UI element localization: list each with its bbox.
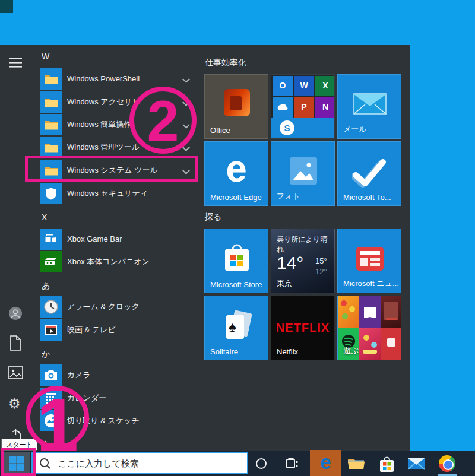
friends-game-tile[interactable] — [359, 328, 381, 360]
outlook-icon[interactable]: O — [273, 76, 293, 96]
folder-icon — [40, 114, 62, 135]
weather-low: 12° — [315, 267, 327, 276]
section-header-x: X — [42, 211, 47, 223]
tile-netflix[interactable]: NETFLIX Netflix — [271, 296, 335, 360]
tile-microsoft-todo[interactable]: Microsoft To... — [337, 141, 401, 206]
task-view-icon[interactable] — [286, 458, 300, 476]
chevron-down-icon[interactable] — [182, 75, 190, 83]
store-taskbar-icon[interactable] — [379, 455, 395, 476]
excel-icon[interactable]: X — [315, 76, 335, 96]
annotation-rect-system-tools — [25, 156, 198, 182]
folder-icon — [40, 137, 62, 158]
chrome-icon[interactable] — [439, 455, 455, 472]
dolby-tile[interactable] — [359, 296, 381, 328]
tile-office-apps-group[interactable]: O W X P N S — [271, 74, 335, 139]
annotation-number-1: 1 — [26, 387, 89, 463]
weather-temp: 14° — [277, 253, 303, 273]
tile-weather[interactable]: 曇り所により晴れ 14° 15° 12° 東京 — [271, 229, 335, 293]
game-bar-icon — [40, 229, 62, 250]
tile-microsoft-news[interactable]: Microsoft ニュ... — [337, 229, 401, 293]
onedrive-icon[interactable] — [273, 97, 293, 118]
edge-icon: e — [310, 451, 341, 474]
weather-city: 東京 — [277, 278, 292, 289]
mail-taskbar-icon[interactable] — [407, 456, 425, 476]
shield-icon — [40, 183, 62, 204]
office-logo-icon — [224, 89, 250, 116]
clock-icon — [40, 296, 62, 318]
app-row-windows-security[interactable]: Windows セキュリティ — [33, 183, 196, 204]
tile-photos[interactable]: フォト — [271, 141, 335, 206]
folder-icon — [40, 68, 62, 90]
spade-icon: ♠ — [229, 319, 236, 335]
settings-gear-icon[interactable]: ⚙ — [8, 396, 23, 411]
xbox-console-icon — [40, 251, 62, 272]
app-row-xbox-game-bar[interactable]: Xbox Game Bar — [33, 229, 196, 250]
tile-play-group[interactable]: 遊ぶ — [337, 296, 401, 360]
folder-icon — [40, 91, 62, 113]
desktop-icon[interactable] — [0, 0, 13, 13]
word-icon[interactable]: W — [294, 76, 314, 96]
tile-group-header-productivity: 仕事効率化 — [205, 58, 246, 68]
edge-logo-icon: e — [205, 148, 268, 189]
documents-icon[interactable] — [8, 335, 23, 350]
annotation-number-2: 2 — [129, 90, 197, 153]
app-row-movies-tv[interactable]: 映画 & テレビ — [33, 319, 196, 341]
file-explorer-icon[interactable] — [347, 456, 365, 476]
app-row-alarms-clock[interactable]: アラーム & クロック — [33, 296, 196, 318]
section-header-ka: か — [42, 348, 50, 360]
tile-group-header-explore: 探る — [205, 212, 221, 223]
weather-high: 15° — [315, 256, 327, 265]
section-header-w: W — [42, 50, 49, 62]
app-row-windows-powershell[interactable]: Windows PowerShell — [33, 68, 196, 90]
candy-crush-tile[interactable] — [338, 296, 359, 328]
user-avatar[interactable] — [8, 306, 23, 320]
movie-poster-tile[interactable] — [381, 296, 401, 328]
netflix-logo: NETFLIX — [271, 321, 334, 335]
app-row-xbox-console-companion[interactable]: Xbox 本体コンパニオン — [33, 251, 196, 272]
skype-tile[interactable]: S — [271, 118, 334, 138]
pictures-icon[interactable] — [8, 366, 23, 380]
section-header-a: あ — [42, 280, 50, 291]
tile-solitaire[interactable]: ♠ Solitaire — [204, 296, 268, 360]
tile-microsoft-store[interactable]: Microsoft Store — [204, 229, 268, 293]
cortana-icon[interactable] — [256, 458, 267, 469]
powerpoint-icon[interactable]: P — [294, 97, 314, 118]
tile-microsoft-edge[interactable]: e Microsoft Edge — [204, 141, 268, 206]
tile-mail[interactable]: メール — [337, 74, 401, 139]
movies-tv-icon — [40, 319, 62, 341]
onenote-icon[interactable]: N — [315, 97, 335, 118]
hamburger-menu-icon[interactable] — [8, 56, 23, 71]
red-game-tile[interactable] — [381, 328, 401, 360]
skype-icon: S — [280, 120, 294, 135]
tile-office[interactable]: Office — [204, 74, 268, 139]
edge-taskbar-button[interactable]: e — [310, 450, 341, 476]
weather-condition: 曇り所により晴れ — [277, 234, 334, 255]
